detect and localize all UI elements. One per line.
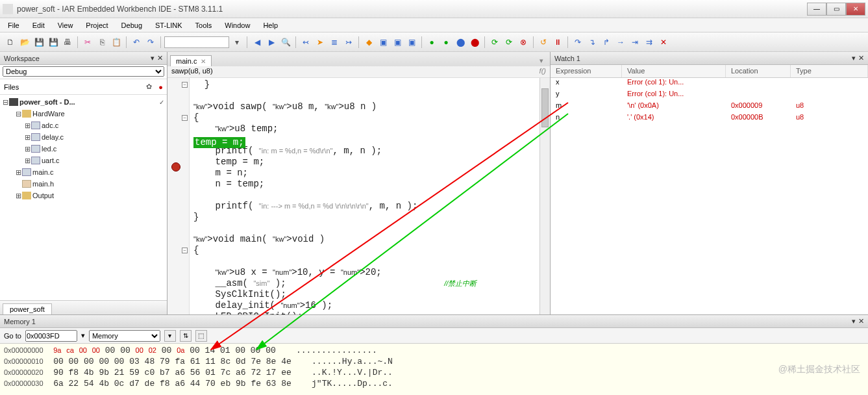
fold-icon[interactable]: − <box>182 248 188 253</box>
col-value[interactable]: Value <box>622 65 726 77</box>
panel-close-icon[interactable]: ✕ <box>858 317 864 325</box>
menu-tools[interactable]: Tools <box>189 19 219 31</box>
vertical-scrollbar[interactable] <box>539 78 550 314</box>
nav-fwd-icon[interactable]: ▶ <box>265 36 278 49</box>
fold-icon[interactable]: − <box>182 115 188 121</box>
build-icon[interactable]: ⬤ <box>454 36 467 49</box>
debug-icon[interactable]: ⟳ <box>502 36 515 49</box>
close-button[interactable]: ✕ <box>846 3 865 16</box>
col-expression[interactable]: Expression <box>551 65 622 77</box>
menu-debug[interactable]: Debug <box>115 19 149 31</box>
menu-file[interactable]: File <box>1 19 26 31</box>
project-root[interactable]: ⊟ power_soft - D... ✓ <box>0 96 167 108</box>
menu-project[interactable]: Project <box>79 19 114 31</box>
bookmark-next-icon[interactable]: ↣ <box>342 36 355 49</box>
print-icon[interactable]: 🖶 <box>61 36 74 49</box>
tree-item[interactable]: ⊞main.c <box>0 166 167 178</box>
bookmark-list-icon[interactable]: ≣ <box>328 36 341 49</box>
make-icon[interactable]: ● <box>440 36 453 49</box>
next-stmt-icon[interactable]: → <box>614 36 627 49</box>
watch-row[interactable]: m'\n' (0x0A)0x000009u8 <box>551 101 868 113</box>
tree-item[interactable]: ⊞delay.c <box>0 131 167 143</box>
maximize-button[interactable]: ▭ <box>826 3 846 16</box>
step-out-icon[interactable]: ↱ <box>600 36 613 49</box>
config-dropdown[interactable]: Debug <box>3 66 164 77</box>
bp-b-icon[interactable]: ▣ <box>391 36 404 49</box>
save-icon[interactable]: 💾 <box>32 36 45 49</box>
memory-body[interactable]: 0x00000000 9a ca 00 00 00 00 00 02 00 0a… <box>0 344 868 395</box>
panel-menu-icon[interactable]: ▾ <box>151 54 155 62</box>
menu-window[interactable]: Window <box>218 19 256 31</box>
menu-stlink[interactable]: ST-LINK <box>149 19 189 31</box>
panel-menu-icon[interactable]: ▾ <box>852 317 856 325</box>
menu-view[interactable]: View <box>51 19 80 31</box>
menu-edit[interactable]: Edit <box>26 19 51 31</box>
gutter[interactable]: − − − <box>167 78 190 314</box>
bookmark-prev-icon[interactable]: ↢ <box>299 36 312 49</box>
watch-row[interactable]: n'.' (0x14)0x00000Bu8 <box>551 113 868 125</box>
find-icon[interactable]: 🔍 <box>279 36 292 49</box>
config-selector[interactable]: Debug <box>0 65 167 79</box>
breakpoint-icon[interactable] <box>171 162 180 172</box>
go-icon[interactable]: ⇉ <box>643 36 656 49</box>
mem-btn-2[interactable]: ⇅ <box>180 330 192 342</box>
gear-icon[interactable]: ✿ <box>146 83 152 91</box>
compile-icon[interactable]: ● <box>425 36 438 49</box>
panel-menu-icon[interactable]: ▾ <box>852 54 856 62</box>
menu-help[interactable]: Help <box>256 19 284 31</box>
copy-icon[interactable]: ⎘ <box>95 36 108 49</box>
stop-build-icon[interactable]: ⬤ <box>468 36 481 49</box>
minimize-button[interactable]: — <box>807 3 826 16</box>
panel-close-icon[interactable]: ✕ <box>858 54 864 62</box>
mem-btn-3[interactable]: ⬚ <box>195 330 207 342</box>
tree-item[interactable]: ⊞Output <box>0 190 167 201</box>
tab-close-icon[interactable]: ✕ <box>201 58 206 65</box>
scroll-thumb[interactable] <box>541 88 549 127</box>
bp-toggle-icon[interactable]: ◆ <box>362 36 375 49</box>
fn-hint[interactable]: f() <box>539 67 546 77</box>
cut-icon[interactable]: ✂ <box>81 36 94 49</box>
step-into-icon[interactable]: ↴ <box>586 36 599 49</box>
col-type[interactable]: Type <box>791 65 868 77</box>
workspace-tab[interactable]: power_soft <box>3 303 52 314</box>
download-icon[interactable]: ⟳ <box>488 36 501 49</box>
goto-icon[interactable]: ➤ <box>314 36 327 49</box>
goto-dropdown-icon[interactable]: ▾ <box>81 331 85 340</box>
stop-debug-icon[interactable]: ⊗ <box>517 36 530 49</box>
watch-body[interactable]: xError (col 1): Un...yError (col 1): Un.… <box>551 78 868 314</box>
mem-btn-1[interactable]: ▾ <box>164 330 176 342</box>
undo-icon[interactable]: ↶ <box>130 36 143 49</box>
code-body[interactable]: } "kw">void sawp( "kw">u8 m, "kw">u8 n )… <box>190 78 550 314</box>
tree-item[interactable]: ⊟HardWare <box>0 108 167 120</box>
break-icon[interactable]: ⏸ <box>551 36 564 49</box>
stop-icon[interactable]: ✕ <box>657 36 670 49</box>
run-cursor-icon[interactable]: ⇥ <box>628 36 641 49</box>
file-tree[interactable]: ⊟ power_soft - D... ✓ ⊟HardWare⊞adc.c⊞de… <box>0 95 167 300</box>
watch-row[interactable]: yError (col 1): Un... <box>551 90 868 101</box>
redo-icon[interactable]: ↷ <box>144 36 157 49</box>
reset-icon[interactable]: ↺ <box>537 36 550 49</box>
search-input[interactable] <box>164 36 229 48</box>
tab-overflow-icon[interactable]: ▾ <box>536 55 547 66</box>
dropdown-icon[interactable]: ▾ <box>230 36 243 49</box>
open-icon[interactable]: 📂 <box>18 36 31 49</box>
tree-item[interactable]: ⊞uart.c <box>0 155 167 166</box>
fold-icon[interactable]: − <box>182 82 188 88</box>
tree-item[interactable]: ⊞adc.c <box>0 120 167 131</box>
new-icon[interactable]: 🗋 <box>4 36 17 49</box>
col-location[interactable]: Location <box>726 65 791 77</box>
watch-row[interactable]: xError (col 1): Un... <box>551 78 868 90</box>
memory-space-select[interactable]: Memory <box>89 330 160 342</box>
paste-icon[interactable]: 📋 <box>110 36 123 49</box>
saveall-icon[interactable]: 💾 <box>47 36 60 49</box>
editor-tab-main[interactable]: main.c ✕ <box>170 55 212 66</box>
bp-c-icon[interactable]: ▣ <box>405 36 418 49</box>
step-over-icon[interactable]: ↷ <box>571 36 584 49</box>
nav-back-icon[interactable]: ◀ <box>251 36 264 49</box>
goto-input[interactable] <box>25 330 77 342</box>
bp-a-icon[interactable]: ▣ <box>377 36 390 49</box>
panel-close-icon[interactable]: ✕ <box>157 54 163 62</box>
code-area[interactable]: − − − } "kw">void sawp( "kw">u8 m, "kw">… <box>167 78 550 314</box>
watch-add-row[interactable] <box>551 125 868 136</box>
tree-item[interactable]: main.h <box>0 178 167 190</box>
